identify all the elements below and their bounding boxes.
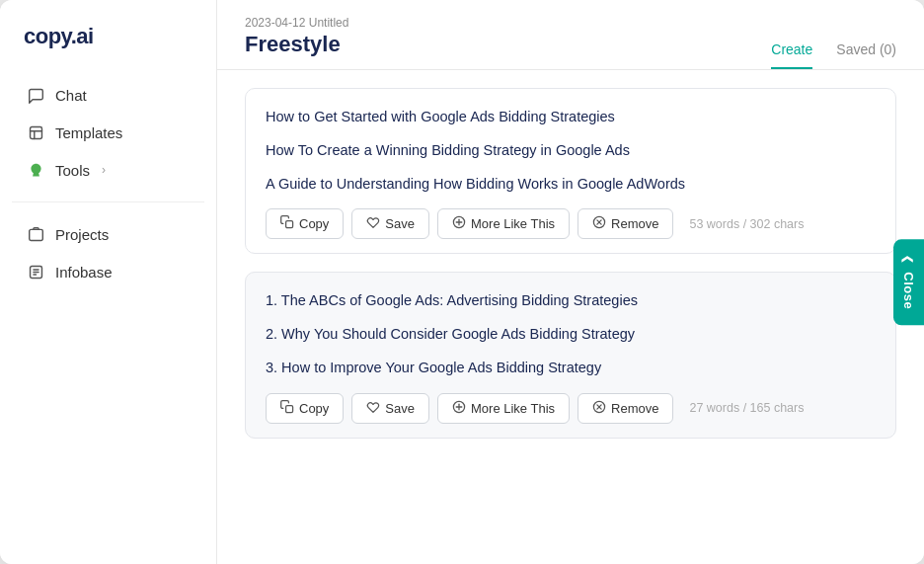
content-area: How to Get Started with Google Ads Biddi…: [217, 70, 924, 564]
close-arrow-icon: ❮: [902, 255, 915, 265]
plus-circle-icon: [452, 400, 466, 417]
x-circle-icon: [592, 400, 606, 417]
remove-button-1[interactable]: Remove: [578, 208, 673, 239]
result-items-1: How to Get Started with Google Ads Biddi…: [266, 107, 876, 195]
save-button-2[interactable]: Save: [351, 393, 429, 424]
logo-text: copy.ai: [24, 24, 94, 48]
remove-button-2[interactable]: Remove: [578, 393, 673, 424]
main-content: 2023-04-12 Untitled Freestyle Create Sav…: [217, 0, 924, 564]
save-button-1[interactable]: Save: [351, 208, 429, 239]
word-count-1: 53 words / 302 chars: [689, 217, 804, 231]
svg-rect-8: [286, 221, 293, 228]
list-item: 2. Why You Should Consider Google Ads Bi…: [266, 324, 876, 346]
result-actions-1: Copy Save: [266, 208, 876, 239]
list-item: How To Create a Winning Bidding Strategy…: [266, 140, 876, 162]
close-tab-label: Close: [901, 272, 916, 309]
primary-nav: Chat Templates: [0, 77, 216, 188]
copy-button-1[interactable]: Copy: [266, 208, 344, 239]
header-tabs: Create Saved (0): [771, 41, 896, 69]
sidebar-item-infobase-label: Infobase: [55, 264, 113, 281]
copy-button-2[interactable]: Copy: [266, 393, 344, 424]
app-window: copy.ai Chat: [0, 0, 924, 564]
tools-icon: [26, 160, 45, 180]
sidebar-item-infobase[interactable]: Infobase: [12, 254, 204, 289]
chat-icon: [26, 85, 45, 105]
sidebar-item-chat[interactable]: Chat: [12, 77, 204, 113]
svg-rect-3: [29, 229, 42, 240]
copy-icon: [280, 215, 294, 232]
sidebar: copy.ai Chat: [0, 0, 217, 564]
sidebar-item-projects-label: Projects: [55, 226, 109, 243]
sidebar-item-tools-label: Tools: [55, 162, 90, 179]
heart-icon: [366, 400, 380, 417]
word-count-2: 27 words / 165 chars: [689, 401, 804, 415]
logo: copy.ai: [0, 24, 216, 77]
tab-saved[interactable]: Saved (0): [836, 41, 896, 69]
result-card-1: How to Get Started with Google Ads Biddi…: [245, 88, 896, 254]
list-item: A Guide to Understanding How Bidding Wor…: [266, 174, 876, 196]
templates-icon: [26, 122, 45, 142]
sidebar-item-projects[interactable]: Projects: [12, 216, 204, 252]
more-button-2[interactable]: More Like This: [437, 393, 570, 424]
result-actions-2: Copy Save: [266, 393, 876, 424]
result-items-2: 1. The ABCs of Google Ads: Advertising B…: [266, 290, 876, 378]
projects-icon: [26, 224, 45, 244]
sidebar-item-chat-label: Chat: [55, 87, 87, 104]
svg-rect-0: [30, 126, 41, 138]
copy-icon: [280, 400, 294, 417]
secondary-nav: Projects Infobase: [0, 216, 216, 289]
sidebar-item-templates[interactable]: Templates: [12, 115, 204, 150]
x-circle-icon: [592, 215, 606, 232]
sidebar-item-tools[interactable]: Tools ›: [12, 152, 204, 188]
list-item: 3. How to Improve Your Google Ads Biddin…: [266, 358, 876, 379]
infobase-icon: [26, 262, 45, 282]
tab-create[interactable]: Create: [771, 41, 812, 69]
plus-circle-icon: [452, 215, 466, 232]
heart-icon: [366, 215, 380, 232]
list-item: 1. The ABCs of Google Ads: Advertising B…: [266, 290, 876, 312]
list-item: How to Get Started with Google Ads Biddi…: [266, 107, 876, 128]
main-header: 2023-04-12 Untitled Freestyle Create Sav…: [217, 0, 924, 70]
page-title: Freestyle: [245, 32, 341, 69]
more-button-1[interactable]: More Like This: [437, 208, 570, 239]
nav-divider: [12, 201, 204, 202]
result-card-2: 1. The ABCs of Google Ads: Advertising B…: [245, 272, 896, 438]
close-tab[interactable]: ❮ Close: [893, 239, 924, 325]
svg-rect-15: [286, 405, 293, 412]
tools-arrow-icon: ›: [102, 163, 106, 177]
breadcrumb: 2023-04-12 Untitled: [245, 16, 896, 30]
sidebar-item-templates-label: Templates: [55, 124, 122, 141]
